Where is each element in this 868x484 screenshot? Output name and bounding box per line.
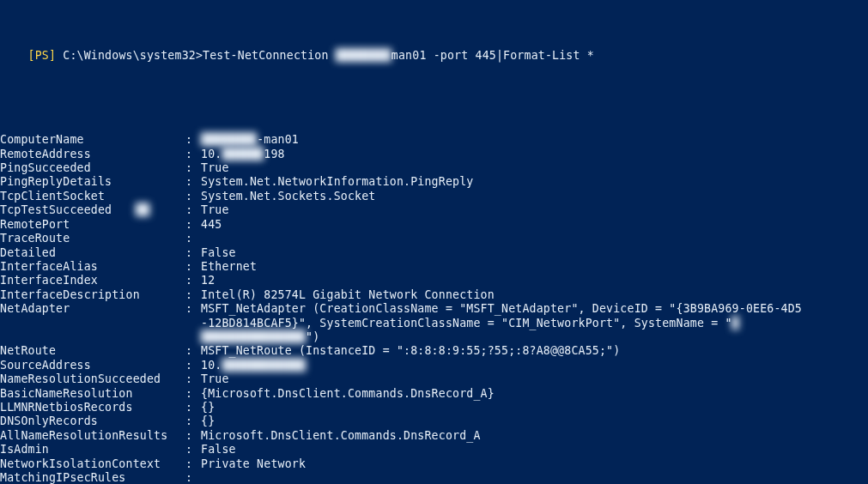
output-row: PingSucceeded: True xyxy=(0,161,868,175)
property-value: True xyxy=(201,203,868,217)
colon: : xyxy=(185,414,201,428)
output-row: InterfaceDescription: Intel(R) 82574L Gi… xyxy=(0,288,868,302)
property-value: {} xyxy=(201,401,868,414)
redacted-text: ████████ xyxy=(201,133,257,146)
property-value: True xyxy=(201,161,868,175)
output-row: RemotePort: 445 xyxy=(0,218,868,232)
colon: : xyxy=(185,232,201,245)
output-row: NetAdapter: MSFT_NetAdapter (CreationCla… xyxy=(0,302,868,316)
prompt-path: C:\Windows\system32> xyxy=(56,49,203,62)
property-name: DNSOnlyRecords xyxy=(0,414,185,428)
output-row: DNSOnlyRecords: {} xyxy=(0,414,868,428)
output-row: BasicNameResolution: {Microsoft.DnsClien… xyxy=(0,387,868,401)
redacted-text: ████████████ xyxy=(222,359,306,372)
property-name: ComputerName xyxy=(0,133,185,147)
property-name: NetworkIsolationContext xyxy=(0,457,185,471)
command-pre: Test-NetConnection xyxy=(203,49,336,62)
prompt-tag: [PS] xyxy=(28,49,57,62)
property-name: TcpTestSucceeded xyxy=(0,203,185,217)
colon: : xyxy=(185,387,201,401)
redacted-text: █ xyxy=(732,317,739,330)
colon: : xyxy=(185,359,201,372)
command-post: man01 -port 445|Format-List * xyxy=(392,49,594,62)
prompt-line: [PS] C:\Windows\system32>Test-NetConnect… xyxy=(0,35,868,77)
output-block: ComputerName: ████████-man01RemoteAddres… xyxy=(0,133,868,484)
property-value: MSFT_NetRoute (InstanceID = ":8:8:8:9:55… xyxy=(201,344,868,358)
output-row: LLMNRNetbiosRecords: {} xyxy=(0,401,868,414)
property-name: TraceRoute xyxy=(0,232,185,245)
colon: : xyxy=(185,429,201,443)
property-value: Microsoft.DnsClient.Commands.DnsRecord_A xyxy=(201,429,868,443)
property-name: IsAdmin xyxy=(0,443,185,457)
colon: : xyxy=(185,288,201,302)
property-name: BasicNameResolution xyxy=(0,387,185,401)
property-name: InterfaceAlias xyxy=(0,260,185,274)
property-name: TcpClientSocket xyxy=(0,190,185,203)
property-value: MSFT_NetAdapter (CreationClassName = "MS… xyxy=(201,302,868,316)
property-name: PingReplyDetails xyxy=(0,175,185,189)
colon: : xyxy=(185,372,201,386)
property-name: NetAdapter xyxy=(0,302,185,316)
property-value: 10.██████198 xyxy=(201,148,868,161)
output-row: MatchingIPsecRules: xyxy=(0,471,868,484)
output-row: ComputerName: ████████-man01 xyxy=(0,133,868,147)
property-name: NetRoute xyxy=(0,344,185,358)
output-row: AllNameResolutionResults: Microsoft.DnsC… xyxy=(0,429,868,443)
property-name: NameResolutionSucceeded xyxy=(0,372,185,386)
property-name: SourceAddress xyxy=(0,359,185,372)
colon: : xyxy=(185,190,201,203)
property-value: 10.████████████ xyxy=(201,359,868,372)
property-value: Private Network xyxy=(201,457,868,471)
property-value: ███████████████") xyxy=(0,330,868,344)
property-name: AllNameResolutionResults xyxy=(0,429,185,443)
output-row-continuation: -12BD814BCAF5}", SystemCreationClassName… xyxy=(0,317,868,330)
property-value xyxy=(201,471,868,484)
property-value: {} xyxy=(201,414,868,428)
colon: : xyxy=(185,161,201,175)
redacted-text: ███████████████ xyxy=(201,330,306,343)
output-row: TraceRoute: xyxy=(0,232,868,245)
output-row: NetRoute: MSFT_NetRoute (InstanceID = ":… xyxy=(0,344,868,358)
colon: : xyxy=(185,443,201,457)
property-value: 12 xyxy=(201,274,868,287)
property-name: RemotePort xyxy=(0,218,185,232)
colon: : xyxy=(185,260,201,274)
colon: : xyxy=(185,471,201,484)
output-row: RemoteAddress: 10.██████198 xyxy=(0,148,868,161)
output-row-continuation: ███████████████") xyxy=(0,330,868,344)
property-value: -12BD814BCAF5}", SystemCreationClassName… xyxy=(0,317,868,330)
colon: : xyxy=(185,344,201,358)
property-name: LLMNRNetbiosRecords xyxy=(0,401,185,414)
output-row: PingReplyDetails: System.Net.NetworkInfo… xyxy=(0,175,868,189)
property-name: InterfaceIndex xyxy=(0,274,185,287)
colon: : xyxy=(185,133,201,147)
command-redacted: ████████ xyxy=(336,49,392,62)
colon: : xyxy=(185,148,201,161)
redaction-dot: ██ xyxy=(136,203,149,216)
property-value: System.Net.Sockets.Socket xyxy=(201,190,868,203)
colon: : xyxy=(185,218,201,232)
output-row: Detailed: False xyxy=(0,246,868,260)
property-name: Detailed xyxy=(0,246,185,260)
property-name: PingSucceeded xyxy=(0,161,185,175)
colon: ██: xyxy=(185,203,201,217)
property-value xyxy=(201,232,868,245)
output-row: SourceAddress: 10.████████████ xyxy=(0,359,868,372)
powershell-terminal[interactable]: [PS] C:\Windows\system32>Test-NetConnect… xyxy=(0,0,868,484)
output-row: NameResolutionSucceeded: True xyxy=(0,372,868,386)
output-row: InterfaceAlias: Ethernet xyxy=(0,260,868,274)
output-row: TcpTestSucceeded██: True xyxy=(0,203,868,217)
property-value: ████████-man01 xyxy=(201,133,868,147)
property-value: Ethernet xyxy=(201,260,868,274)
property-name: RemoteAddress xyxy=(0,148,185,161)
property-value: False xyxy=(201,443,868,457)
property-value: Intel(R) 82574L Gigabit Network Connecti… xyxy=(201,288,868,302)
property-value: False xyxy=(201,246,868,260)
output-row: TcpClientSocket: System.Net.Sockets.Sock… xyxy=(0,190,868,203)
colon: : xyxy=(185,457,201,471)
colon: : xyxy=(185,175,201,189)
property-value: System.Net.NetworkInformation.PingReply xyxy=(201,175,868,189)
colon: : xyxy=(185,274,201,287)
property-value: 445 xyxy=(201,218,868,232)
colon: : xyxy=(185,302,201,316)
